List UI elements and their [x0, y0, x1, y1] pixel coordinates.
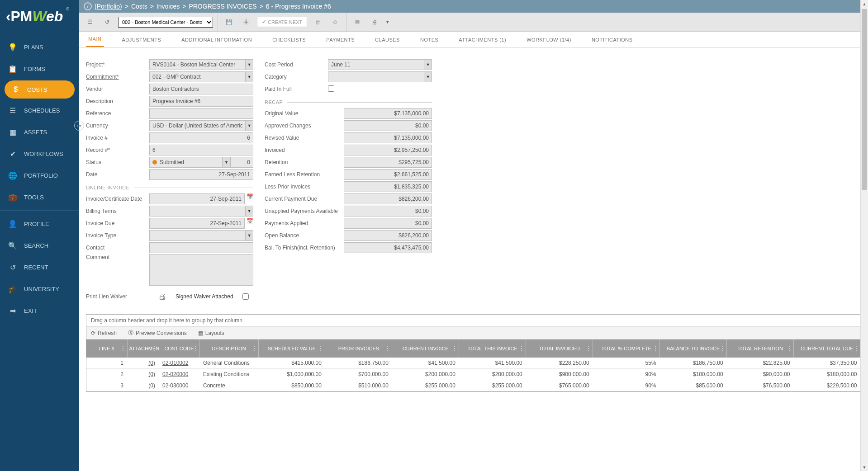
- print-dropdown[interactable]: 🖨▼: [368, 16, 389, 28]
- nav-workflows[interactable]: ✔WORKFLOWS: [0, 143, 79, 165]
- currency-more-icon[interactable]: •••: [74, 121, 84, 131]
- nav-forms[interactable]: 📋FORMS: [0, 58, 79, 80]
- inv-cert-date-input[interactable]: [149, 193, 245, 204]
- dropdown-icon[interactable]: ▼: [246, 120, 253, 131]
- date-input[interactable]: [149, 169, 253, 180]
- add-icon[interactable]: +: [240, 16, 252, 28]
- grid-group-hint[interactable]: Drag a column header and drop it here to…: [86, 315, 861, 327]
- vendor-input[interactable]: [149, 84, 253, 94]
- dropdown-icon[interactable]: ▼: [246, 230, 253, 241]
- col-prior[interactable]: PRIOR INVOICES⋮: [325, 339, 392, 358]
- col-bal[interactable]: BALANCE TO INVOICE⋮: [660, 339, 727, 358]
- col-attach[interactable]: ATTACHMEN⋮: [127, 339, 159, 358]
- dropdown-icon[interactable]: ▼: [223, 157, 231, 168]
- tab-notifications[interactable]: NOTIFICATIONS: [589, 33, 635, 47]
- col-due[interactable]: CURRENT TOTAL DUE⋮: [794, 339, 861, 358]
- col-line[interactable]: LINE #⋮: [86, 339, 127, 358]
- nav-plans[interactable]: 💡PLANS: [0, 36, 79, 58]
- tab-adjustments[interactable]: ADJUSTMENTS: [120, 33, 164, 47]
- vertical-scrollbar[interactable]: ▲ ▼: [860, 0, 868, 471]
- invoice-type-select[interactable]: [149, 230, 246, 241]
- table-row[interactable]: 2(0)02-020000Existing Conditions$1,000,0…: [86, 369, 861, 380]
- nav-search[interactable]: 🔍SEARCH: [0, 235, 79, 256]
- table-row[interactable]: 1(0)02-010002General Conditions$415,000.…: [86, 358, 861, 369]
- list-icon[interactable]: ☰: [84, 16, 96, 28]
- tab-additional[interactable]: ADDITIONAL INFORMATION: [179, 33, 254, 47]
- tab-notes[interactable]: NOTES: [418, 33, 441, 47]
- nav-schedules[interactable]: ☰SCHEDULES: [0, 99, 79, 121]
- create-next-button[interactable]: ✔CREATE NEXT: [257, 17, 307, 27]
- category-select[interactable]: [328, 71, 424, 82]
- nav-profile[interactable]: 👤PROFILE: [0, 213, 79, 235]
- tab-workflow[interactable]: WORKFLOW (1/4): [524, 33, 574, 47]
- nav-portfolio[interactable]: 🌐PORTFOLIO: [0, 165, 79, 186]
- info-icon[interactable]: i: [84, 2, 92, 10]
- grid-layouts[interactable]: ▦Layouts: [198, 330, 224, 336]
- dropdown-icon[interactable]: ▼: [246, 71, 253, 82]
- nav-tools[interactable]: 💼TOOLS: [0, 186, 79, 208]
- delete-icon[interactable]: 🗑: [312, 16, 324, 28]
- breadcrumb-invoices[interactable]: Invoices: [157, 3, 180, 10]
- col-current[interactable]: CURRENT INVOICE⋮: [392, 339, 459, 358]
- status-count-input[interactable]: [231, 157, 253, 168]
- dropdown-icon[interactable]: ▼: [246, 59, 253, 70]
- commitment-label[interactable]: Commitment*: [86, 74, 149, 80]
- cost-code-link[interactable]: 02-030000: [162, 382, 188, 389]
- context-select[interactable]: 002 - Boston Medical Center - Bosto: [118, 17, 213, 28]
- table-row[interactable]: 3(0)02-030000Concrete$850,000.00$510,000…: [86, 380, 861, 391]
- tab-checklists[interactable]: CHECKLISTS: [270, 33, 308, 47]
- scroll-up-icon[interactable]: ▲: [861, 0, 868, 8]
- tab-main[interactable]: MAIN: [86, 32, 104, 47]
- cost-period-select[interactable]: [328, 59, 424, 70]
- nav-assets[interactable]: ▦ASSETS: [0, 121, 79, 143]
- print-waiver-icon[interactable]: 🖨: [158, 292, 166, 301]
- tab-payments[interactable]: PAYMENTS: [324, 33, 357, 47]
- nav-university[interactable]: 🎓UNIVERSITY: [0, 278, 79, 300]
- col-ret[interactable]: TOTAL RETENTION⋮: [727, 339, 794, 358]
- billing-terms-select[interactable]: [149, 206, 246, 217]
- reference-input[interactable]: [149, 108, 253, 119]
- grid-refresh[interactable]: ⟳Refresh: [91, 330, 117, 336]
- col-total-this[interactable]: TOTAL THIS INVOICE⋮: [459, 339, 526, 358]
- contact-input[interactable]: [149, 242, 253, 253]
- calendar-icon[interactable]: 📅: [247, 218, 253, 225]
- col-total-inv[interactable]: TOTAL INVOICED⋮: [526, 339, 593, 358]
- record-num-input[interactable]: [149, 145, 253, 155]
- grid-preview-conversions[interactable]: ⓢPreview Conversions: [128, 329, 187, 337]
- breadcrumb-costs[interactable]: Costs: [131, 3, 147, 10]
- nav-exit[interactable]: ➡EXIT: [0, 300, 79, 321]
- history-button[interactable]: ↺: [101, 16, 114, 28]
- tab-clauses[interactable]: CLAUSES: [373, 33, 402, 47]
- attachment-link[interactable]: (0): [148, 382, 155, 389]
- description-input[interactable]: [149, 96, 253, 107]
- commitment-select[interactable]: [149, 71, 246, 82]
- col-pct[interactable]: TOTAL % COMPLETE⋮: [593, 339, 660, 358]
- attachment-link[interactable]: (0): [148, 371, 155, 377]
- scroll-thumb[interactable]: [862, 9, 867, 190]
- invoice-due-input[interactable]: [149, 218, 245, 229]
- email-icon[interactable]: ✉: [351, 16, 364, 28]
- project-select[interactable]: [149, 59, 246, 70]
- currency-select[interactable]: [149, 120, 246, 131]
- dropdown-icon[interactable]: ▼: [424, 59, 432, 70]
- save-icon[interactable]: 💾: [223, 16, 235, 28]
- status-select[interactable]: Submitted: [149, 157, 223, 168]
- col-desc[interactable]: DESCRIPTION⋮: [199, 339, 258, 358]
- calendar-icon[interactable]: 📅: [247, 193, 253, 201]
- nav-recent[interactable]: ↺RECENT: [0, 256, 79, 278]
- attachment-link[interactable]: (0): [148, 360, 155, 366]
- scroll-down-icon[interactable]: ▼: [861, 463, 868, 471]
- breadcrumb-progress[interactable]: PROGRESS INVOICES: [189, 3, 256, 10]
- col-sched[interactable]: SCHEDULED VALUE⋮: [258, 339, 325, 358]
- nav-costs[interactable]: $COSTS: [5, 80, 75, 99]
- paid-in-full-checkbox[interactable]: [328, 85, 334, 92]
- invoice-num-input[interactable]: [149, 132, 253, 143]
- cost-code-link[interactable]: 02-020000: [162, 371, 188, 377]
- col-cost-code[interactable]: COST CODE⋮: [159, 339, 199, 358]
- column-menu-icon[interactable]: ⋮: [120, 345, 126, 352]
- cancel-icon[interactable]: ⊘: [329, 16, 342, 28]
- cost-code-link[interactable]: 02-010002: [162, 360, 188, 366]
- tab-attachments[interactable]: ATTACHMENTS (1): [456, 33, 508, 47]
- signed-waiver-checkbox[interactable]: [242, 293, 249, 300]
- comment-textarea[interactable]: [149, 254, 253, 286]
